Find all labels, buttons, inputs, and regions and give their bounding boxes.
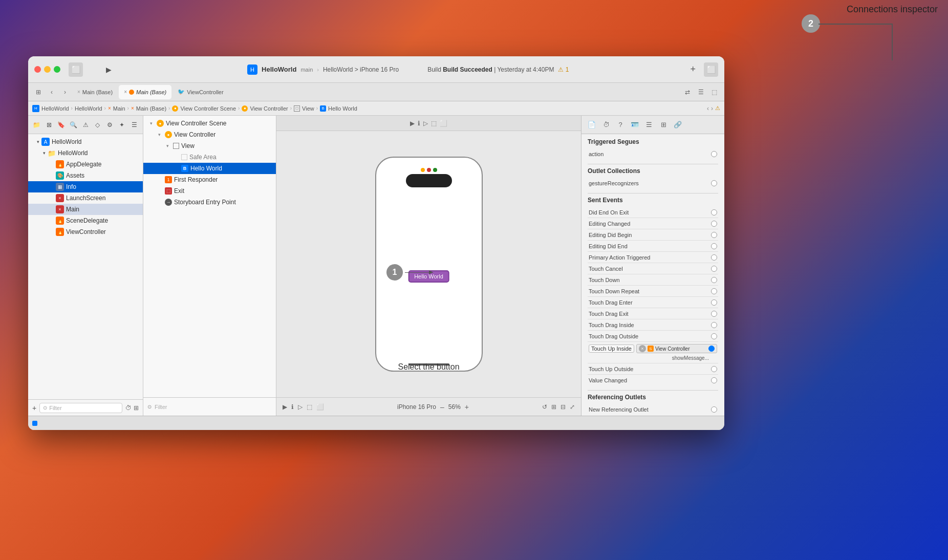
breadcrumb-nav-next[interactable]: › [711,105,713,112]
zoom-in-button[interactable]: + [465,403,469,411]
connection-x-icon[interactable]: × [639,345,646,352]
tree-item-scenedelegate[interactable]: 🔥 SceneDelegate [28,215,143,226]
maximize-button[interactable] [54,66,60,73]
circle-editing-did-begin[interactable] [711,232,717,238]
scene-item-entry-point[interactable]: → Storyboard Entry Point [143,197,276,208]
grid-view-icon[interactable]: ⊞ [32,86,45,98]
quick-help-icon[interactable]: ? [614,119,627,131]
bottom-play-icon[interactable]: ▷ [298,403,303,411]
scene-item-vc-scene[interactable]: ▾ ● View Controller Scene [143,118,276,129]
circle-value-changed[interactable] [711,377,717,383]
run-button[interactable]: ▶ [101,62,116,77]
bottom-info-icon[interactable]: ℹ [291,403,294,411]
sidebar-toggle-icon[interactable]: ⬜ [69,62,83,77]
canvas-info-icon[interactable]: ℹ [418,120,420,127]
file-inspector-icon[interactable]: 📄 [586,119,598,131]
tree-item-assets[interactable]: 🎨 Assets [28,170,143,181]
circle-touch-drag-exit[interactable] [711,311,717,317]
breadcrumb-main-base[interactable]: Main (Base) [136,105,166,112]
breadcrumb-vc[interactable]: View Controller [250,105,288,112]
warning-icon[interactable]: ⚠ [715,105,720,112]
scene-item-hello-world[interactable]: B Hello World [143,163,276,174]
breadcrumb-vc-scene[interactable]: View Controller Scene [180,105,236,112]
search-icon[interactable]: 🔍 [69,120,78,130]
tree-item-helloworld-group[interactable]: ▾ 📁 HelloWorld [28,147,143,159]
scene-item-first-responder[interactable]: 1 First Responder [143,174,276,185]
add-button[interactable]: + [690,64,696,75]
canvas-frame-icon[interactable]: ⬚ [431,120,437,127]
sort-icon[interactable]: ⊞ [134,404,139,412]
list-view-icon[interactable]: ☰ [695,86,707,98]
circle-touch-drag-enter[interactable] [711,299,717,306]
breadcrumb-main[interactable]: Main [113,105,125,112]
align-icon[interactable]: ⊟ [561,403,566,411]
test-icon[interactable]: ◇ [93,120,102,130]
breadcrumb-nav-prev[interactable]: ‹ [707,105,709,112]
canvas-run-icon[interactable]: ▶ [410,120,415,127]
tab-main-base-2[interactable]: × Main (Base) [119,85,171,99]
tree-item-helloworld-root[interactable]: ▾ A HelloWorld [28,136,143,147]
bookmark-icon[interactable]: 🔖 [57,120,66,130]
debug-icon[interactable]: ⚙ [105,120,115,130]
gesture-recognizers-circle[interactable] [711,180,717,186]
tab-view-controller[interactable]: 🐦 ViewController [173,85,228,99]
inspector-toggle[interactable]: ⬜ [704,62,718,77]
report-icon[interactable]: ☰ [130,120,139,130]
close-button[interactable] [34,66,41,73]
circle-touch-down[interactable] [711,277,717,283]
bottom-panel-icon[interactable]: ⬜ [316,403,324,411]
history-inspector-icon[interactable]: ⏱ [600,119,612,131]
tree-item-main[interactable]: × Main [28,204,143,215]
circle-touch-cancel[interactable] [711,266,717,272]
back-button[interactable]: ‹ [46,86,58,98]
split-view-icon[interactable]: ⇄ [681,86,694,98]
canvas-panel-icon[interactable]: ⬜ [440,120,447,127]
circle-editing-changed[interactable] [711,221,717,227]
circle-touch-drag-outside[interactable] [711,333,717,339]
tree-item-appdelegate[interactable]: 🔥 AppDelegate [28,159,143,170]
clock-icon[interactable]: ⏱ [125,404,132,412]
tree-item-info[interactable]: ▦ Info [28,181,143,192]
breadcrumb-helloworld[interactable]: HelloWorld [41,105,69,112]
device-scheme[interactable]: HelloWorld > iPhone 16 Pro [323,66,399,73]
warning-nav-icon[interactable]: ⚠ [81,120,90,130]
scene-item-exit[interactable]: ⬚ Exit [143,185,276,197]
circle-editing-did-end[interactable] [711,243,717,249]
scene-item-safe-area[interactable]: Safe Area [143,152,276,163]
breadcrumb-helloworld-2[interactable]: HelloWorld [75,105,102,112]
connection-filled-circle[interactable] [708,346,715,352]
scene-item-vc[interactable]: ▾ ● View Controller [143,129,276,140]
vcs-icon[interactable]: ⊠ [45,120,54,130]
size-inspector-icon[interactable]: ⊞ [657,119,670,131]
layout-icon[interactable]: ⊞ [551,403,556,411]
filter-icon-scene[interactable]: ⊙ [147,404,152,410]
canvas-view-icon[interactable]: ⬚ [708,86,720,98]
identity-inspector-icon[interactable]: 🪪 [629,119,641,131]
bottom-run-icon[interactable]: ▶ [283,403,287,411]
circle-touch-up-outside[interactable] [711,366,717,372]
refresh-icon[interactable]: ↺ [542,403,547,411]
bottom-frame-icon[interactable]: ⬚ [307,403,312,411]
attributes-inspector-icon[interactable]: ☰ [643,119,655,131]
add-file-button[interactable]: + [32,404,36,412]
tab-main-base-1[interactable]: × Main (Base) [72,85,118,99]
breadcrumb-view[interactable]: View [302,105,314,112]
breadcrumb-hello-world[interactable]: Hello World [328,105,357,112]
circle-touch-drag-inside[interactable] [711,322,717,328]
tree-item-viewcontroller[interactable]: 🔥 ViewController [28,226,143,238]
breakpoint-icon[interactable]: ✦ [117,120,126,130]
circle-did-end-on-exit[interactable] [711,209,717,216]
circle-primary-action[interactable] [711,254,717,261]
zoom-out-button[interactable]: – [440,403,444,411]
connections-inspector-icon[interactable]: 🔗 [672,119,684,131]
circle-touch-down-repeat[interactable] [711,288,717,294]
canvas-play-icon[interactable]: ▷ [423,120,428,127]
expand-icon[interactable]: ⤢ [570,403,575,411]
minimize-button[interactable] [44,66,51,73]
tree-item-launchscreen[interactable]: × LaunchScreen [28,192,143,204]
scene-item-view[interactable]: ▾ View [143,140,276,152]
folder-icon[interactable]: 📁 [32,120,41,130]
new-referencing-outlet-circle[interactable] [711,406,717,413]
triggered-segues-action-circle[interactable] [711,151,717,157]
forward-button[interactable]: › [59,86,71,98]
